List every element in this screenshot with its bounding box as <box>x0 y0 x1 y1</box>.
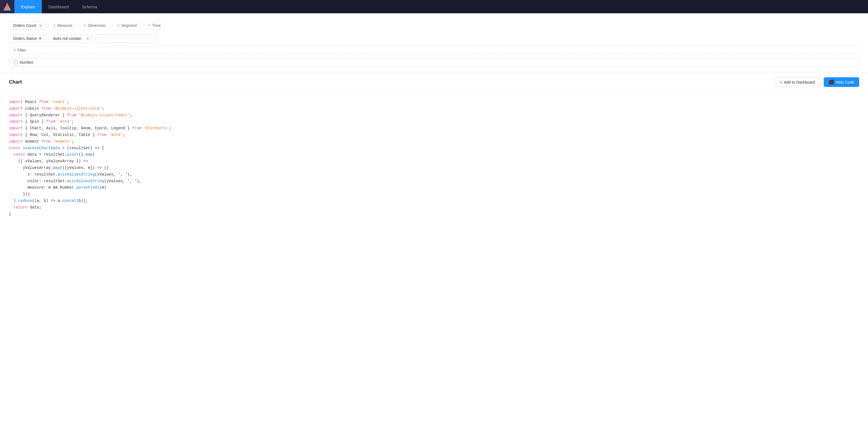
chart-section: Chart + Add to Dashboard ⬛ Hide Code imp… <box>0 72 868 225</box>
pills-row: Orders Count ✕ + Measure + Dimension + S… <box>9 21 859 30</box>
plus-icon: + <box>13 48 16 52</box>
filter-operator-select[interactable]: does not contain ▾ <box>49 34 93 43</box>
nav-tab-schema[interactable]: Schema <box>75 0 104 13</box>
logo-shape <box>3 3 11 10</box>
nav-tab-dashboard[interactable]: Dashboard <box>42 0 75 13</box>
top-navigation: Explore Dashboard Schema <box>0 0 868 13</box>
filter-value-input[interactable] <box>96 34 157 43</box>
add-time-pill[interactable]: + Time <box>144 21 165 30</box>
chevron-down-icon: ▾ <box>87 36 89 41</box>
code-line: x: resultSet.axisValuesString(xValues, '… <box>9 171 859 178</box>
filter-field-pill[interactable]: Orders Status ✕ <box>9 34 46 43</box>
add-measure-pill[interactable]: + Measure <box>49 21 76 30</box>
code-icon: ⬛ <box>829 80 834 85</box>
code-line: import cubejs from '@cubejs-client/core'… <box>9 106 859 112</box>
measure-orders-count-pill[interactable]: Orders Count ✕ <box>9 21 46 30</box>
add-segment-pill[interactable]: + Segment <box>113 21 141 30</box>
info-icon: i <box>13 60 18 64</box>
app-logo <box>0 0 14 13</box>
code-line: ).reduce((a, b) => a.concat(b)); <box>9 198 859 204</box>
code-line: const data = resultSet.pivot().map( <box>9 151 859 158</box>
chart-header: Chart + Add to Dashboard ⬛ Hide Code <box>0 72 868 91</box>
code-line: import React from 'react'; <box>9 99 859 106</box>
code-line: return data; <box>9 204 859 211</box>
chart-type-button[interactable]: i Number <box>9 58 859 66</box>
code-line: import { Spin } from 'antd'; <box>9 118 859 125</box>
nav-tabs: Explore Dashboard Schema <box>14 0 104 13</box>
code-line: measure: m && Number.parseFloat(m) <box>9 185 859 191</box>
chart-actions: + Add to Dashboard ⬛ Hide Code <box>775 77 859 87</box>
code-line: const stackedChartData = (resultSet) => … <box>9 145 859 152</box>
nav-tab-explore[interactable]: Explore <box>14 0 42 13</box>
code-line: import { QueryRenderer } from '@cubejs-c… <box>9 112 859 119</box>
code-line: import { Chart, Axis, Tooltip, Geom, Coo… <box>9 125 859 132</box>
code-line: ({ xValues, yValuesArray }) => <box>9 158 859 165</box>
code-line: color: resultSet.axisValuesString(yValue… <box>9 178 859 185</box>
code-editor: import React from 'react';import cubejs … <box>0 91 868 225</box>
code-line: import moment from 'moment'; <box>9 138 859 145</box>
query-builder: Orders Count ✕ + Measure + Dimension + S… <box>0 13 868 72</box>
add-filter-button[interactable]: + Filter <box>9 46 859 54</box>
add-to-dashboard-button[interactable]: + Add to Dashboard <box>775 78 820 87</box>
code-line: })) <box>9 191 859 198</box>
code-line: yValuesArray.map(([yValues, m]) => ({ <box>9 165 859 171</box>
plus-dashboard-icon: + <box>780 80 782 84</box>
remove-filter-icon[interactable]: ✕ <box>38 36 42 41</box>
add-dimension-pill[interactable]: + Dimension <box>80 21 110 30</box>
hide-code-button[interactable]: ⬛ Hide Code <box>824 77 859 87</box>
remove-orders-count-icon[interactable]: ✕ <box>39 24 42 28</box>
code-line: import { Row, Col, Statistic, Table } fr… <box>9 132 859 138</box>
code-line: } <box>9 211 859 218</box>
filter-row: Orders Status ✕ does not contain ▾ <box>9 34 859 43</box>
chart-title: Chart <box>9 79 22 85</box>
